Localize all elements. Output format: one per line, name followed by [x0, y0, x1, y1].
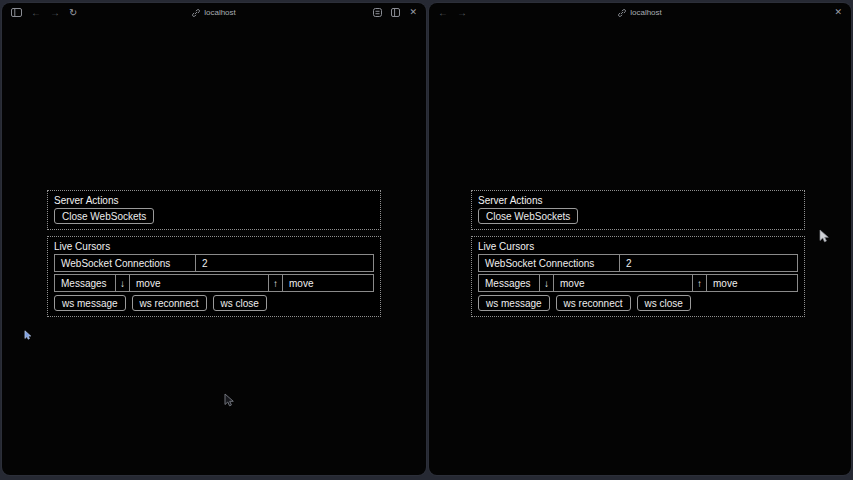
live-cursors-panel: Live Cursors WebSocket Connections 2 Mes… — [471, 236, 805, 317]
messages-row: Messages ↓ move ↑ move — [54, 274, 374, 292]
desktop: ← → ↻ localhost — [0, 0, 853, 480]
messages-row: Messages ↓ move ↑ move — [478, 274, 798, 292]
server-actions-title: Server Actions — [54, 195, 374, 206]
titlebar: ← → ↻ localhost — [2, 3, 426, 22]
browser-window-left: ← → ↻ localhost — [2, 3, 426, 475]
connections-value: 2 — [619, 255, 797, 271]
forward-icon[interactable]: → — [457, 8, 467, 18]
ws-reconnect-button[interactable]: ws reconnect — [556, 295, 631, 311]
ws-buttons-row: ws message ws reconnect ws close — [54, 295, 374, 311]
arrow-down-icon: ↓ — [539, 275, 553, 291]
split-view-icon[interactable] — [391, 8, 400, 17]
page-content: Server Actions Close WebSockets Live Cur… — [471, 190, 805, 317]
titlebar-left-controls: ← → — [438, 8, 467, 18]
incoming-message-value: move — [129, 275, 268, 291]
refresh-icon[interactable]: ↻ — [69, 8, 77, 18]
live-cursors-title: Live Cursors — [478, 241, 798, 252]
connections-value: 2 — [195, 255, 373, 271]
close-icon[interactable]: ✕ — [834, 8, 842, 17]
forward-icon[interactable]: → — [50, 8, 60, 18]
titlebar-left-controls: ← → ↻ — [11, 8, 77, 18]
url-text: localhost — [204, 8, 236, 17]
close-websockets-button[interactable]: Close WebSockets — [54, 208, 154, 224]
close-icon[interactable]: ✕ — [409, 8, 417, 17]
titlebar: ← → localhost ✕ — [429, 3, 851, 22]
ws-message-button[interactable]: ws message — [478, 295, 550, 311]
link-icon — [618, 9, 626, 17]
browser-window-right: ← → localhost ✕ Server Actions — [429, 3, 851, 475]
sidebar-toggle-icon[interactable] — [11, 8, 22, 17]
titlebar-right-controls: ✕ — [373, 8, 417, 17]
incoming-message-value: move — [553, 275, 692, 291]
server-actions-panel: Server Actions Close WebSockets — [47, 190, 381, 230]
ws-close-button[interactable]: ws close — [213, 295, 267, 311]
titlebar-right-controls: ✕ — [834, 8, 842, 17]
websocket-connections-row: WebSocket Connections 2 — [478, 254, 798, 272]
live-cursors-title: Live Cursors — [54, 241, 374, 252]
page-content: Server Actions Close WebSockets Live Cur… — [47, 190, 381, 317]
server-actions-panel: Server Actions Close WebSockets — [471, 190, 805, 230]
connections-label: WebSocket Connections — [55, 255, 195, 271]
link-icon — [192, 9, 200, 17]
ws-buttons-row: ws message ws reconnect ws close — [478, 295, 798, 311]
server-actions-title: Server Actions — [478, 195, 798, 206]
websocket-connections-row: WebSocket Connections 2 — [54, 254, 374, 272]
ws-message-button[interactable]: ws message — [54, 295, 126, 311]
back-icon[interactable]: ← — [31, 8, 41, 18]
arrow-down-icon: ↓ — [115, 275, 129, 291]
outgoing-message-value: move — [282, 275, 373, 291]
back-icon[interactable]: ← — [438, 8, 448, 18]
messages-label: Messages — [479, 275, 539, 291]
url-text: localhost — [630, 8, 662, 17]
reader-icon[interactable] — [373, 8, 382, 17]
ws-reconnect-button[interactable]: ws reconnect — [132, 295, 207, 311]
close-websockets-button[interactable]: Close WebSockets — [478, 208, 578, 224]
outgoing-message-value: move — [706, 275, 797, 291]
messages-label: Messages — [55, 275, 115, 291]
arrow-up-icon: ↑ — [268, 275, 282, 291]
ws-close-button[interactable]: ws close — [637, 295, 691, 311]
arrow-up-icon: ↑ — [692, 275, 706, 291]
connections-label: WebSocket Connections — [479, 255, 619, 271]
live-cursors-panel: Live Cursors WebSocket Connections 2 Mes… — [47, 236, 381, 317]
address-display[interactable]: localhost — [429, 3, 851, 22]
